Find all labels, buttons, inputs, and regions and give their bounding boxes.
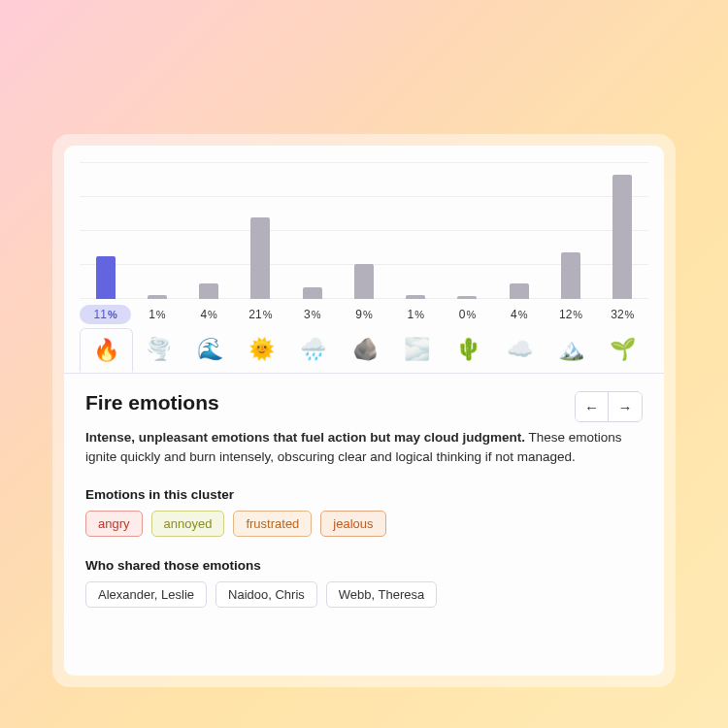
bar-col <box>183 163 235 299</box>
cluster-nav: ← → <box>575 391 643 422</box>
cluster-detail: Fire emotions ← → Intense, unpleasant em… <box>64 374 664 629</box>
emotion-panel: 11%1%4%21%3%9%1%0%4%12%32% 🔥🌪️🌊🌞🌧️🪨🌫️🌵☁️… <box>64 146 664 676</box>
bar-cactus[interactable] <box>457 296 477 299</box>
tornado-icon[interactable]: 🌪️ <box>133 328 184 373</box>
cluster-subtitle: Intense, unpleasant emotions that fuel a… <box>85 428 643 466</box>
bar-wave[interactable] <box>199 283 218 299</box>
sun-icon[interactable]: 🌞 <box>236 328 287 373</box>
arrow-left-icon: ← <box>584 399 599 415</box>
subtitle-lead: Intense, unpleasant emotions that fuel a… <box>85 430 525 445</box>
bar-seedling[interactable] <box>612 175 632 299</box>
bar-col <box>286 163 338 299</box>
bar-tornado[interactable] <box>148 295 167 299</box>
bar-col <box>442 163 493 299</box>
emotion-chips: angryannoyedfrustratedjealous <box>85 511 643 537</box>
pct-label: 11% <box>80 305 131 324</box>
people-chips: Alexander, LeslieNaidoo, ChrisWebb, Ther… <box>85 581 643 608</box>
prev-button[interactable]: ← <box>576 392 609 421</box>
pct-label: 3% <box>286 305 338 324</box>
wave-icon[interactable]: 🌊 <box>184 328 236 373</box>
bar-col <box>235 163 286 299</box>
detail-head: Fire emotions ← → <box>85 391 643 422</box>
cactus-icon[interactable]: 🌵 <box>443 328 494 373</box>
pct-label: 4% <box>493 305 545 324</box>
pct-label: 1% <box>131 305 182 324</box>
bar-sun[interactable] <box>250 217 270 299</box>
emotion-chip[interactable]: annoyed <box>151 511 225 537</box>
bar-col <box>597 163 648 299</box>
pct-row: 11%1%4%21%3%9%1%0%4%12%32% <box>80 305 648 324</box>
pct-label: 9% <box>338 305 389 324</box>
cluster-title: Fire emotions <box>85 391 219 414</box>
bar-col <box>493 163 545 299</box>
bar-storm[interactable] <box>303 287 322 299</box>
person-chip[interactable]: Naidoo, Chris <box>215 581 317 608</box>
cloud-swirl-icon[interactable]: 🌫️ <box>391 328 443 373</box>
arrow-right-icon: → <box>618 399 633 415</box>
people-label: Who shared those emotions <box>85 558 643 573</box>
emotion-chip[interactable]: angry <box>85 511 143 537</box>
pct-label: 0% <box>442 305 493 324</box>
cluster-chart: 11%1%4%21%3%9%1%0%4%12%32% 🔥🌪️🌊🌞🌧️🪨🌫️🌵☁️… <box>64 146 664 374</box>
pct-label: 4% <box>183 305 235 324</box>
bar-col <box>131 163 182 299</box>
pct-label: 21% <box>235 305 286 324</box>
storm-icon[interactable]: 🌧️ <box>287 328 339 373</box>
pct-label: 32% <box>597 305 648 324</box>
bar-col <box>80 163 131 299</box>
bar-col <box>545 163 596 299</box>
bar-mountain[interactable] <box>561 252 580 299</box>
emotions-label: Emotions in this cluster <box>85 487 643 502</box>
rock-icon[interactable]: 🪨 <box>339 328 390 373</box>
bar-rock[interactable] <box>354 264 374 299</box>
pct-label: 1% <box>390 305 442 324</box>
bar-cloud[interactable] <box>510 283 529 299</box>
pct-label: 12% <box>545 305 596 324</box>
bar-cloud-swirl[interactable] <box>406 295 425 299</box>
bar-col <box>338 163 389 299</box>
cloud-icon[interactable]: ☁️ <box>494 328 546 373</box>
mountain-icon[interactable]: 🏔️ <box>546 328 597 373</box>
icons-row: 🔥🌪️🌊🌞🌧️🪨🌫️🌵☁️🏔️🌱 <box>80 328 648 373</box>
bar-fire[interactable] <box>96 256 116 299</box>
bars-row <box>80 163 648 299</box>
bar-col <box>390 163 442 299</box>
seedling-icon[interactable]: 🌱 <box>597 328 648 373</box>
emotion-chip[interactable]: jealous <box>320 511 385 537</box>
fire-icon[interactable]: 🔥 <box>80 328 133 373</box>
emotion-chip[interactable]: frustrated <box>233 511 312 537</box>
next-button[interactable]: → <box>609 392 642 421</box>
window-frame: 11%1%4%21%3%9%1%0%4%12%32% 🔥🌪️🌊🌞🌧️🪨🌫️🌵☁️… <box>52 134 676 687</box>
person-chip[interactable]: Alexander, Leslie <box>85 581 207 608</box>
person-chip[interactable]: Webb, Theresa <box>326 581 437 608</box>
